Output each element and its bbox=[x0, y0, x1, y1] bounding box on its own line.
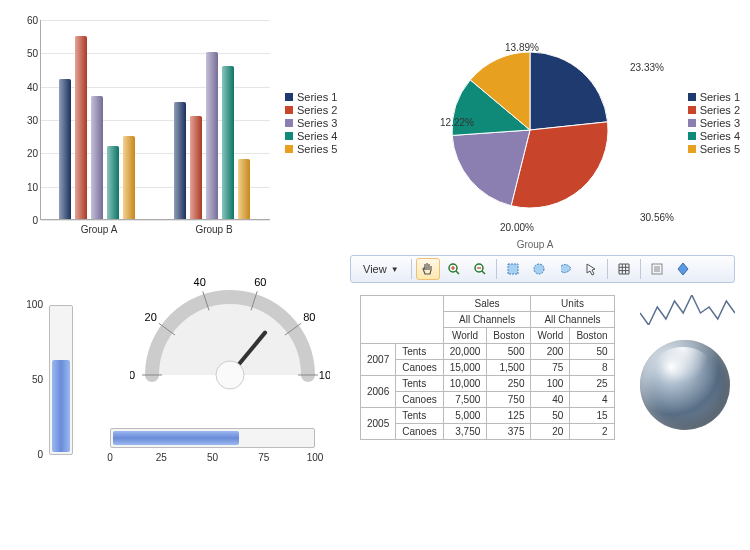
select-ellipse-button[interactable] bbox=[527, 258, 551, 280]
y-tick: 60 bbox=[18, 15, 38, 26]
y-tick: 30 bbox=[18, 115, 38, 126]
pie-pct-label: 12.22% bbox=[440, 117, 474, 128]
pie-legend: Series 1Series 2Series 3Series 4Series 5 bbox=[688, 90, 740, 156]
svg-text:20: 20 bbox=[145, 311, 157, 323]
bar bbox=[222, 66, 234, 219]
legend-item: Series 3 bbox=[285, 117, 337, 129]
bar bbox=[91, 96, 103, 219]
legend-item: Series 5 bbox=[688, 143, 740, 155]
view-dropdown[interactable]: View ▼ bbox=[355, 258, 407, 280]
axis-tick: 0 bbox=[17, 449, 43, 460]
gauge-chart: 020406080100 bbox=[130, 265, 330, 395]
svg-text:60: 60 bbox=[254, 276, 266, 288]
grid-button[interactable] bbox=[612, 258, 636, 280]
pie-pct-label: 23.33% bbox=[630, 62, 664, 73]
pie-caption: Group A bbox=[390, 239, 680, 250]
axis-tick: 100 bbox=[17, 299, 43, 310]
svg-rect-2 bbox=[508, 264, 518, 274]
svg-text:0: 0 bbox=[130, 369, 135, 381]
horizontal-progress-bar: 0255075100 bbox=[100, 420, 325, 480]
axis-tick: 25 bbox=[156, 452, 167, 463]
help-button[interactable] bbox=[671, 258, 695, 280]
axis-tick: 100 bbox=[307, 452, 324, 463]
pie-pct-label: 20.00% bbox=[500, 222, 534, 233]
legend-item: Series 5 bbox=[285, 143, 337, 155]
legend-item: Series 2 bbox=[285, 104, 337, 116]
bar-legend: Series 1Series 2Series 3Series 4Series 5 bbox=[285, 90, 337, 156]
pivot-table: SalesUnitsAll ChannelsAll ChannelsWorldB… bbox=[360, 295, 615, 440]
legend-item: Series 1 bbox=[285, 91, 337, 103]
zoom-out-button[interactable] bbox=[468, 258, 492, 280]
list-button[interactable] bbox=[645, 258, 669, 280]
axis-tick: 50 bbox=[207, 452, 218, 463]
bar bbox=[238, 159, 250, 219]
svg-text:80: 80 bbox=[303, 311, 315, 323]
status-orb bbox=[640, 340, 730, 430]
y-tick: 50 bbox=[18, 48, 38, 59]
axis-tick: 0 bbox=[107, 452, 113, 463]
bar bbox=[190, 116, 202, 219]
svg-text:100: 100 bbox=[319, 369, 330, 381]
bar bbox=[59, 79, 71, 219]
bar bbox=[75, 36, 87, 219]
svg-point-18 bbox=[216, 361, 244, 389]
legend-item: Series 2 bbox=[688, 104, 740, 116]
zoom-in-button[interactable] bbox=[442, 258, 466, 280]
select-lasso-button[interactable] bbox=[553, 258, 577, 280]
legend-item: Series 3 bbox=[688, 117, 740, 129]
chevron-down-icon: ▼ bbox=[391, 265, 399, 274]
select-rect-button[interactable] bbox=[501, 258, 525, 280]
bar bbox=[123, 136, 135, 219]
bar bbox=[174, 102, 186, 219]
y-tick: 20 bbox=[18, 148, 38, 159]
chart-toolbar: View ▼ bbox=[350, 255, 735, 283]
y-tick: 0 bbox=[18, 215, 38, 226]
legend-item: Series 1 bbox=[688, 91, 740, 103]
y-tick: 10 bbox=[18, 181, 38, 192]
bar bbox=[107, 146, 119, 219]
pie-pct-label: 30.56% bbox=[640, 212, 674, 223]
y-tick: 40 bbox=[18, 81, 38, 92]
x-tick: Group B bbox=[164, 224, 264, 235]
pie-chart: 23.33%30.56%20.00%12.22%13.89% Series 1S… bbox=[390, 10, 740, 250]
grouped-bar-chart: Group AGroup B Series 1Series 2Series 3S… bbox=[10, 10, 350, 250]
vertical-progress-bar: 050100 bbox=[15, 295, 83, 475]
pan-tool-button[interactable] bbox=[416, 258, 440, 280]
axis-tick: 75 bbox=[258, 452, 269, 463]
pie-slice bbox=[530, 52, 608, 130]
view-label: View bbox=[363, 263, 387, 275]
legend-item: Series 4 bbox=[285, 130, 337, 142]
sparkline bbox=[640, 295, 735, 325]
legend-item: Series 4 bbox=[688, 130, 740, 142]
svg-text:40: 40 bbox=[194, 276, 206, 288]
bar bbox=[206, 52, 218, 219]
pointer-button[interactable] bbox=[579, 258, 603, 280]
svg-point-3 bbox=[534, 264, 544, 274]
pie-pct-label: 13.89% bbox=[505, 42, 539, 53]
axis-tick: 50 bbox=[17, 374, 43, 385]
x-tick: Group A bbox=[49, 224, 149, 235]
